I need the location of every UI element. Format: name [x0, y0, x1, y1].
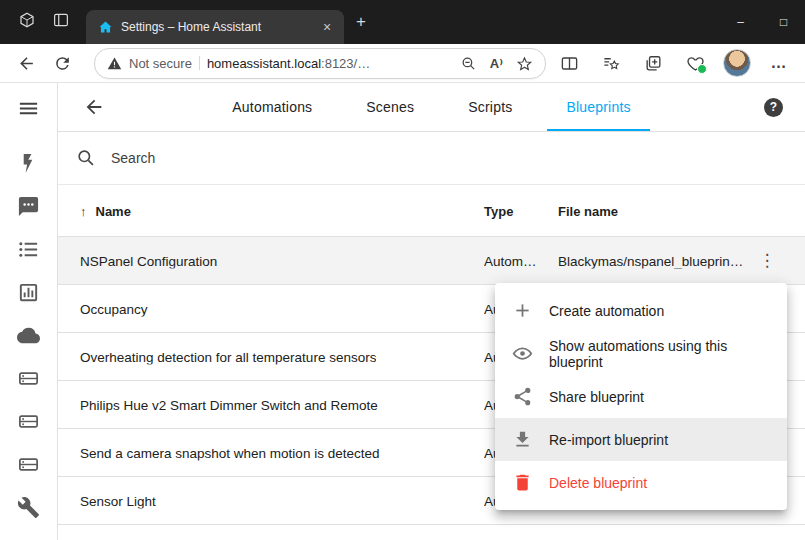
browser-essentials-button[interactable]: [677, 47, 713, 79]
security-label: Not secure: [129, 56, 192, 71]
profile-button[interactable]: [719, 47, 755, 79]
sidebar-item-server-3[interactable]: [16, 451, 42, 477]
row-name: Occupancy: [80, 301, 148, 316]
ha-header: Automations Scenes Scripts Blueprints ?: [58, 83, 805, 132]
favorites-hub-icon: [602, 54, 621, 73]
sidebar-item-logbook[interactable]: [16, 193, 42, 219]
trash-icon: [512, 472, 533, 493]
url-text: homeassistant.local:8123/…: [207, 56, 370, 71]
list-icon: [17, 238, 40, 261]
server-icon: [17, 453, 40, 476]
tab-automations[interactable]: Automations: [205, 83, 339, 131]
menu-item-label: Re-import blueprint: [549, 432, 668, 448]
row-name: NSPanel Configuration: [80, 253, 217, 268]
sidebar-item-todo[interactable]: [16, 236, 42, 262]
profile-avatar: [723, 49, 751, 77]
url-host: homeassistant.local: [207, 56, 321, 71]
share-icon: [512, 386, 533, 407]
favorites-button[interactable]: [593, 47, 629, 79]
search-row: [58, 132, 805, 185]
sidebar-item-energy[interactable]: [16, 150, 42, 176]
tab-title: Settings – Home Assistant: [121, 20, 310, 34]
wrench-icon: [17, 496, 40, 519]
search-icon: [76, 148, 96, 168]
sidebar-menu-button[interactable]: [16, 95, 42, 121]
vertical-tabs-button[interactable]: [44, 5, 78, 39]
browser-titlebar: Settings – Home Assistant × + – □: [0, 0, 805, 44]
row-name: Philips Hue v2 Smart Dimmer Switch and R…: [80, 397, 378, 412]
sidebar-item-tools[interactable]: [16, 494, 42, 520]
table-header: ↑ Name Type File name: [58, 185, 805, 237]
blueprint-context-menu: Create automation Show automations using…: [495, 283, 787, 510]
table-row-set-entities[interactable]: Set entities based on other entities new…: [58, 525, 805, 540]
ellipsis-icon: …: [771, 54, 788, 72]
read-aloud-icon[interactable]: A⁾: [490, 56, 503, 71]
vertical-tabs-icon: [52, 11, 70, 33]
menu-item-label: Share blueprint: [549, 389, 644, 405]
workspaces-icon: [18, 11, 36, 33]
bolt-icon: [17, 152, 40, 175]
tab-scenes[interactable]: Scenes: [339, 83, 441, 131]
split-screen-button[interactable]: [551, 47, 587, 79]
maximize-button[interactable]: □: [762, 0, 805, 44]
workspaces-button[interactable]: [10, 5, 44, 39]
row-overflow-menu-button[interactable]: ⋮: [755, 249, 779, 273]
sort-ascending-icon: ↑: [80, 203, 87, 218]
essentials-status-dot: [697, 64, 707, 74]
plus-icon: [512, 300, 533, 321]
column-header-name[interactable]: ↑ Name: [80, 203, 131, 218]
browser-menu-button[interactable]: …: [761, 47, 797, 79]
minimize-button[interactable]: –: [719, 0, 762, 44]
tab-blueprints[interactable]: Blueprints: [539, 83, 657, 131]
chat-bubble-icon: [17, 195, 40, 218]
table-row-nspanel[interactable]: NSPanel Configuration Autom… Blackymas/n…: [58, 237, 805, 285]
help-button[interactable]: ?: [764, 98, 783, 117]
cloud-icon: [17, 324, 40, 347]
column-name-label: Name: [96, 203, 131, 218]
ha-back-button[interactable]: [82, 95, 106, 119]
collections-button[interactable]: [635, 47, 671, 79]
arrow-left-icon: [17, 54, 36, 73]
arrow-left-icon: [83, 96, 105, 118]
home-assistant-favicon: [98, 20, 113, 35]
split-screen-icon: [560, 54, 579, 73]
menu-item-show-automations[interactable]: Show automations using this blueprint: [495, 332, 787, 375]
menu-item-share-blueprint[interactable]: Share blueprint: [495, 375, 787, 418]
zoom-out-icon[interactable]: [460, 55, 477, 72]
server-icon: [17, 410, 40, 433]
browser-toolbar: Not secure homeassistant.local:8123/… A⁾: [0, 44, 805, 83]
back-button[interactable]: [8, 47, 44, 79]
refresh-icon: [53, 54, 72, 73]
hamburger-menu-icon: [17, 97, 40, 120]
active-browser-tab[interactable]: Settings – Home Assistant ×: [86, 10, 344, 44]
tab-scripts[interactable]: Scripts: [441, 83, 539, 131]
sidebar-item-server-1[interactable]: [16, 365, 42, 391]
url-path: :8123/…: [321, 56, 370, 71]
new-tab-button[interactable]: +: [344, 0, 378, 44]
row-name: Overheating detection for all temperatur…: [80, 349, 376, 364]
address-divider: [199, 56, 200, 70]
server-icon: [17, 367, 40, 390]
bar-chart-icon: [17, 281, 40, 304]
favorite-star-icon[interactable]: [516, 55, 533, 72]
ha-tab-bar: Automations Scenes Scripts Blueprints: [205, 83, 657, 131]
menu-item-label: Show automations using this blueprint: [549, 338, 770, 370]
menu-item-label: Delete blueprint: [549, 475, 647, 491]
sidebar-item-server-2[interactable]: [16, 408, 42, 434]
close-tab-icon[interactable]: ×: [318, 18, 336, 36]
collections-icon: [644, 54, 663, 73]
menu-item-label: Create automation: [549, 303, 664, 319]
row-name: Sensor Light: [80, 493, 156, 508]
menu-item-reimport-blueprint[interactable]: Re-import blueprint: [495, 418, 787, 461]
download-icon: [512, 429, 533, 450]
address-bar[interactable]: Not secure homeassistant.local:8123/… A⁾: [94, 48, 546, 79]
menu-item-delete-blueprint[interactable]: Delete blueprint: [495, 461, 787, 504]
column-header-type[interactable]: Type: [484, 203, 513, 218]
sidebar-item-history[interactable]: [16, 279, 42, 305]
menu-item-create-automation[interactable]: Create automation: [495, 289, 787, 332]
row-type: Autom…: [484, 253, 537, 268]
column-header-file[interactable]: File name: [558, 203, 618, 218]
sidebar-item-cloud[interactable]: [16, 322, 42, 348]
search-input[interactable]: [109, 149, 787, 167]
refresh-button[interactable]: [44, 47, 80, 79]
